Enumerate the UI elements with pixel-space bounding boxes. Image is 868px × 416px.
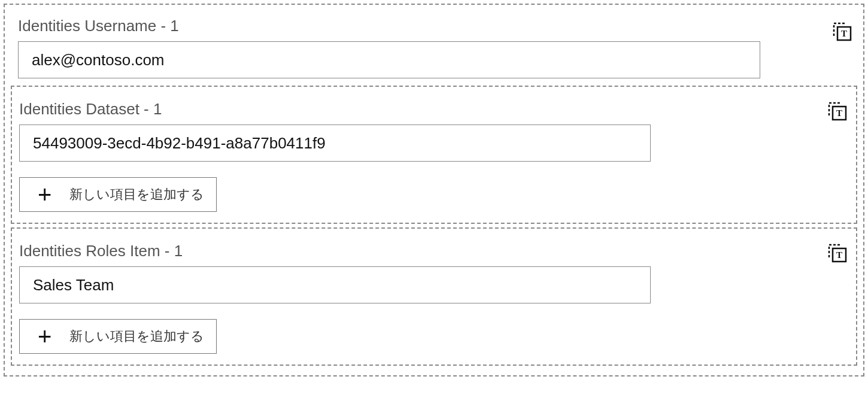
add-role-button[interactable]: + 新しい項目を追加する: [19, 319, 217, 354]
identities-group: T Identities Username - 1 T Identities D…: [4, 4, 864, 376]
username-field-block: Identities Username - 1: [11, 8, 857, 82]
dynamic-value-icon[interactable]: T: [827, 243, 848, 263]
plus-icon: +: [38, 324, 51, 348]
add-dataset-label: 新しい項目を追加する: [69, 186, 204, 204]
dataset-input[interactable]: [19, 125, 651, 162]
plus-icon: +: [38, 183, 51, 207]
dataset-field-block: T Identities Dataset - 1 + 新しい項目を追加する: [11, 86, 857, 224]
dynamic-value-icon[interactable]: T: [827, 101, 848, 122]
username-label: Identities Username - 1: [18, 17, 850, 35]
add-dataset-button[interactable]: + 新しい項目を追加する: [19, 177, 217, 212]
dataset-label: Identities Dataset - 1: [19, 100, 849, 119]
roles-label: Identities Roles Item - 1: [19, 242, 849, 260]
roles-input[interactable]: [19, 266, 651, 303]
svg-text:T: T: [836, 250, 842, 260]
username-input[interactable]: [18, 41, 760, 78]
roles-field-block: T Identities Roles Item - 1 + 新しい項目を追加する: [11, 227, 857, 366]
svg-text:T: T: [836, 108, 842, 118]
add-role-label: 新しい項目を追加する: [69, 327, 204, 345]
